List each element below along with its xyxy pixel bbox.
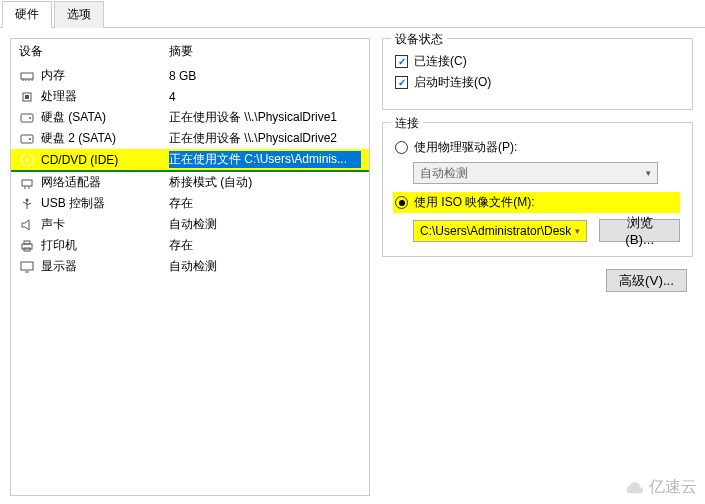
device-row[interactable]: 显示器自动检测: [11, 256, 369, 277]
iso-file-label: 使用 ISO 映像文件(M):: [414, 194, 535, 211]
printer-icon: [19, 238, 35, 254]
memory-icon: [19, 68, 35, 84]
device-row[interactable]: 硬盘 2 (SATA)正在使用设备 \\.\PhysicalDrive2: [11, 128, 369, 149]
cd-icon: [19, 152, 35, 168]
device-row[interactable]: 处理器4: [11, 86, 369, 107]
device-row[interactable]: 打印机存在: [11, 235, 369, 256]
poweron-checkbox-row[interactable]: ✓ 启动时连接(O): [395, 74, 680, 91]
chevron-down-icon: ▾: [646, 168, 651, 178]
device-row[interactable]: USB 控制器存在: [11, 193, 369, 214]
watermark: 亿速云: [623, 477, 697, 498]
connected-checkbox-row[interactable]: ✓ 已连接(C): [395, 53, 680, 70]
device-name: 打印机: [41, 237, 77, 254]
device-name: 硬盘 2 (SATA): [41, 130, 116, 147]
svg-point-8: [29, 117, 31, 119]
device-row[interactable]: 声卡自动检测: [11, 214, 369, 235]
device-row[interactable]: CD/DVD (IDE)正在使用文件 C:\Users\Adminis...: [11, 149, 369, 172]
chevron-down-icon: ▾: [575, 226, 580, 236]
cloud-icon: [623, 481, 645, 495]
net-icon: [19, 175, 35, 191]
device-summary: 存在: [169, 195, 361, 212]
device-summary: 正在使用设备 \\.\PhysicalDrive1: [169, 109, 361, 126]
content-area: 设备 摘要 内存8 GB处理器4硬盘 (SATA)正在使用设备 \\.\Phys…: [0, 28, 705, 504]
svg-rect-6: [25, 95, 29, 99]
device-name: 声卡: [41, 216, 65, 233]
svg-rect-9: [21, 135, 33, 143]
advanced-row: 高级(V)...: [382, 269, 693, 292]
svg-rect-0: [21, 73, 33, 79]
device-name: 内存: [41, 67, 65, 84]
svg-rect-13: [22, 180, 32, 186]
svg-rect-7: [21, 114, 33, 122]
checkbox-icon: ✓: [395, 76, 408, 89]
header-device: 设备: [19, 43, 169, 60]
connected-label: 已连接(C): [414, 53, 467, 70]
physical-drive-label: 使用物理驱动器(P):: [414, 139, 517, 156]
tab-hardware[interactable]: 硬件: [2, 1, 52, 28]
display-icon: [19, 259, 35, 275]
device-summary: 正在使用设备 \\.\PhysicalDrive2: [169, 130, 361, 147]
disk-icon: [19, 110, 35, 126]
svg-line-19: [27, 203, 31, 205]
device-name: 硬盘 (SATA): [41, 109, 106, 126]
advanced-button[interactable]: 高级(V)...: [606, 269, 687, 292]
device-list: 内存8 GB处理器4硬盘 (SATA)正在使用设备 \\.\PhysicalDr…: [11, 65, 369, 495]
iso-path-input[interactable]: C:\Users\Administrator\Desk ▾: [413, 220, 587, 242]
poweron-label: 启动时连接(O): [414, 74, 491, 91]
device-row[interactable]: 网络适配器桥接模式 (自动): [11, 172, 369, 193]
device-name: 网络适配器: [41, 174, 101, 191]
iso-path-text: C:\Users\Administrator\Desk: [420, 224, 571, 238]
watermark-text: 亿速云: [649, 477, 697, 498]
tab-bar: 硬件 选项: [0, 0, 705, 28]
header-summary: 摘要: [169, 43, 361, 60]
radio-icon: [395, 141, 408, 154]
checkbox-icon: ✓: [395, 55, 408, 68]
device-summary: 桥接模式 (自动): [169, 174, 361, 191]
tab-options[interactable]: 选项: [54, 1, 104, 28]
device-summary: 自动检测: [169, 258, 361, 275]
svg-point-10: [29, 138, 31, 140]
disk-icon: [19, 131, 35, 147]
device-row[interactable]: 内存8 GB: [11, 65, 369, 86]
connection-title: 连接: [391, 115, 423, 132]
cpu-icon: [19, 89, 35, 105]
svg-line-18: [23, 202, 27, 204]
device-summary: 存在: [169, 237, 361, 254]
usb-icon: [19, 196, 35, 212]
device-status-group: 设备状态 ✓ 已连接(C) ✓ 启动时连接(O): [382, 38, 693, 110]
device-summary: 4: [169, 90, 361, 104]
connection-group: 连接 使用物理驱动器(P): 自动检测 ▾ 使用 ISO 映像文件(M): C:…: [382, 122, 693, 257]
device-summary: 8 GB: [169, 69, 361, 83]
device-name: USB 控制器: [41, 195, 105, 212]
device-list-panel: 设备 摘要 内存8 GB处理器4硬盘 (SATA)正在使用设备 \\.\Phys…: [10, 38, 370, 496]
iso-file-radio-row[interactable]: 使用 ISO 映像文件(M):: [393, 192, 680, 213]
settings-panel: 设备状态 ✓ 已连接(C) ✓ 启动时连接(O) 连接 使用物理驱动器(P): …: [370, 28, 705, 504]
device-summary: 自动检测: [169, 216, 361, 233]
iso-input-row: C:\Users\Administrator\Desk ▾ 浏览(B)...: [413, 219, 680, 242]
device-name: 处理器: [41, 88, 77, 105]
svg-point-12: [26, 158, 29, 161]
device-name: 显示器: [41, 258, 77, 275]
physical-drive-radio-row[interactable]: 使用物理驱动器(P):: [395, 139, 680, 156]
browse-button[interactable]: 浏览(B)...: [599, 219, 680, 242]
device-name: CD/DVD (IDE): [41, 153, 118, 167]
svg-rect-21: [24, 241, 30, 244]
autodetect-label: 自动检测: [420, 165, 468, 182]
svg-rect-23: [21, 262, 33, 270]
radio-icon: [395, 196, 408, 209]
physical-drive-select: 自动检测 ▾: [413, 162, 658, 184]
device-row[interactable]: 硬盘 (SATA)正在使用设备 \\.\PhysicalDrive1: [11, 107, 369, 128]
sound-icon: [19, 217, 35, 233]
device-summary: 正在使用文件 C:\Users\Adminis...: [169, 151, 361, 168]
device-list-header: 设备 摘要: [11, 39, 369, 65]
device-status-title: 设备状态: [391, 31, 447, 48]
